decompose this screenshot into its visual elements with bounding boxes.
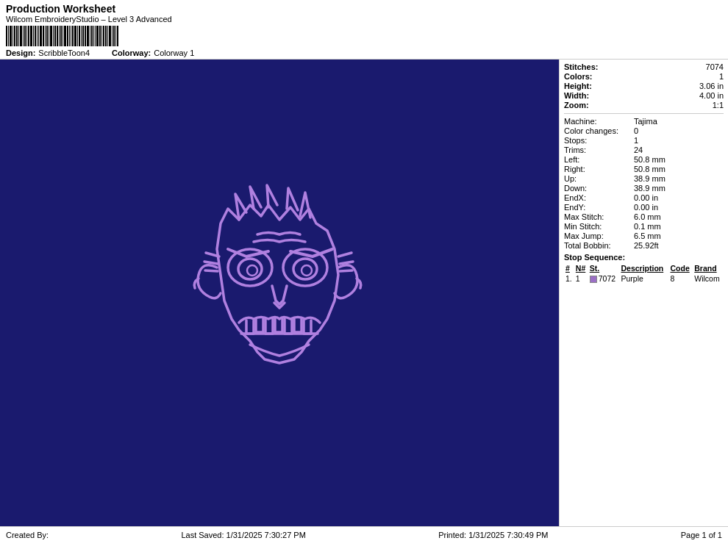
min-stitch-value: 0.1 mm [634,222,661,231]
up-value: 38.9 mm [634,174,665,183]
colors-label: Colors: [564,72,593,81]
right-label: Right: [564,165,634,173]
last-saved-value: 1/31/2025 7:30:27 PM [226,531,306,539]
color-changes-value: 0 [634,126,638,135]
col-st: St. [588,263,620,273]
header: Production Worksheet Wilcom EmbroiderySt… [0,0,728,60]
row-swatch: 7072 [588,273,620,284]
design-field: Design: ScribbleToon4 [6,49,90,57]
col-brand: Brand [693,263,724,273]
width-label: Width: [564,91,589,100]
col-hash: # [564,263,574,273]
printed-value: 1/31/2025 7:30:49 PM [468,531,548,539]
endx-label: EndX: [564,193,634,202]
row-num: 1. [564,273,574,284]
left-value: 50.8 mm [634,155,665,164]
machine-section: Machine: Tajima Color changes: 0 Stops: … [564,117,724,250]
left-label: Left: [564,155,634,164]
stops-label: Stops: [564,136,634,145]
table-header-row: # N# St. Description Code Brand [564,263,724,273]
col-description: Description [619,263,668,273]
last-saved: Last Saved: 1/31/2025 7:30:27 PM [181,531,305,539]
design-value: ScribbleToon4 [38,49,90,57]
width-value: 4.00 in [699,91,724,100]
right-value: 50.8 mm [634,165,665,173]
max-jump-label: Max Jump: [564,231,634,240]
total-bobbin-label: Total Bobbin: [564,241,634,250]
max-stitch-label: Max Stitch: [564,212,634,221]
down-value: 38.9 mm [634,184,665,193]
color-changes-label: Color changes: [564,126,634,135]
svg-point-1 [238,259,262,279]
svg-point-2 [247,265,257,276]
last-saved-label: Last Saved: [181,531,224,539]
row-description: Purple [619,273,668,284]
footer: Created By: Last Saved: 1/31/2025 7:30:2… [0,526,728,542]
embroidery-design [132,179,427,407]
col-n: N# [574,263,588,273]
row-code: 8 [668,273,693,284]
printed-label: Printed: [438,531,466,539]
stop-sequence-body: 1. 1 7072 Purple 8 Wilcom [564,273,724,284]
colors-value: 1 [719,72,724,81]
page-title: Production Worksheet [6,3,722,15]
down-label: Down: [564,184,634,193]
info-panel: Stitches: 7074 Colors: 1 Height: 3.06 in… [559,60,728,526]
design-info: Design: ScribbleToon4 Colorway: Colorway… [6,49,722,57]
stops-value: 1 [634,136,638,145]
colorway-field: Colorway: Colorway 1 [112,49,194,57]
max-stitch-value: 6.0 mm [634,212,661,221]
endx-value: 0.00 in [634,193,658,202]
created-by-label: Created By: [6,531,49,539]
subtitle: Wilcom EmbroideryStudio – Level 3 Advanc… [6,15,722,24]
height-value: 3.06 in [699,82,724,90]
printed: Printed: 1/31/2025 7:30:49 PM [438,531,548,539]
barcode-image [6,26,118,46]
main-content: Stitches: 7074 Colors: 1 Height: 3.06 in… [0,60,728,526]
colorway-label: Colorway: [112,49,151,57]
stop-sequence-title: Stop Sequence: [564,253,724,262]
barcode [6,26,722,46]
trims-label: Trims: [564,146,634,154]
colorway-value: Colorway 1 [154,49,194,57]
machine-label: Machine: [564,117,634,126]
endy-value: 0.00 in [634,203,658,212]
up-label: Up: [564,174,634,183]
stop-sequence-section: Stop Sequence: # N# St. Description Code… [564,253,724,284]
zoom-label: Zoom: [564,101,589,110]
stats-section: Stitches: 7074 Colors: 1 Height: 3.06 in… [564,62,724,114]
table-row: 1. 1 7072 Purple 8 Wilcom [564,273,724,284]
created-by: Created By: [6,531,49,539]
total-bobbin-value: 25.92ft [634,241,659,250]
design-preview [0,60,559,526]
endy-label: EndY: [564,203,634,212]
color-swatch [590,276,597,283]
page-number: Page 1 of 1 [681,531,722,539]
stitches-label: Stitches: [564,62,598,71]
row-n: 1 [574,273,588,284]
design-label: Design: [6,49,35,57]
stitches-value: 7074 [706,62,724,71]
machine-value: Tajima [634,117,657,126]
svg-point-5 [301,265,312,276]
row-brand: Wilcom [693,273,724,284]
trims-value: 24 [634,146,643,154]
max-jump-value: 6.5 mm [634,231,661,240]
stop-sequence-table: # N# St. Description Code Brand 1. 1 707… [564,263,724,284]
min-stitch-label: Min Stitch: [564,222,634,231]
col-code: Code [668,263,693,273]
zoom-value: 1:1 [713,101,724,110]
height-label: Height: [564,82,592,90]
